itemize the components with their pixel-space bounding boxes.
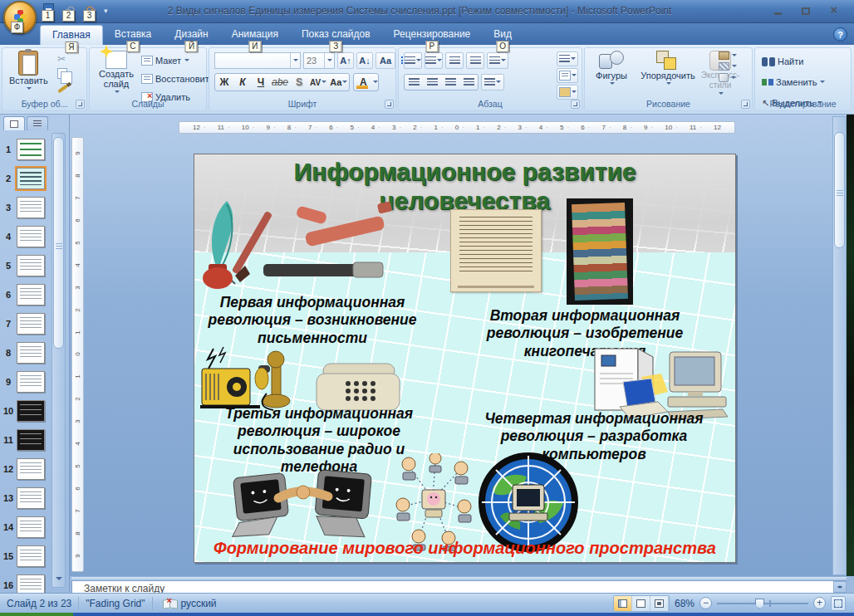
undo-button[interactable]: ↶ 2 (62, 2, 77, 17)
strikethrough-button[interactable]: abe (270, 76, 290, 88)
decrease-indent-button[interactable] (445, 52, 464, 69)
computer-handshake-image[interactable] (232, 463, 375, 543)
spell-check-icon[interactable]: × (163, 598, 178, 609)
qat-customize-button[interactable]: ▾ (104, 2, 114, 19)
slide-canvas[interactable]: Информационное развитие человечества Пер… (194, 154, 736, 563)
outline-tab[interactable] (27, 116, 48, 130)
minimize-button[interactable] (768, 3, 788, 17)
thumbnail-slide-14[interactable]: 14 (0, 512, 52, 541)
tab-animation[interactable]: АнимацияИ (220, 25, 290, 45)
close-button[interactable]: × (824, 3, 844, 17)
columns-button[interactable] (481, 74, 504, 90)
slideshow-button[interactable] (650, 596, 669, 611)
normal-view-button[interactable] (614, 596, 632, 611)
tab-view[interactable]: ВидО (482, 25, 523, 45)
manuscript-image[interactable] (450, 209, 542, 292)
thumbnail-slide-4[interactable]: 4 (0, 222, 52, 251)
clipboard-dialog-launcher[interactable] (76, 100, 85, 109)
zoom-slider[interactable] (717, 597, 808, 609)
thumbnail-slide-2[interactable]: 2 (0, 164, 52, 193)
thumbnail-scrollbar[interactable] (52, 133, 66, 588)
font-dialog-launcher[interactable] (385, 100, 394, 109)
thumbnail-slide-1[interactable]: 1 (0, 134, 52, 164)
scroll-down-arrow[interactable] (837, 507, 843, 514)
people-network-image[interactable] (392, 453, 474, 551)
paste-button[interactable]: Вставить (9, 51, 48, 92)
theme-name[interactable]: "Fading Grid" (86, 598, 145, 609)
thumbnail-scroll-down-arrow[interactable] (56, 577, 62, 584)
scroll-up-arrow[interactable] (837, 122, 843, 129)
increase-indent-button[interactable] (466, 52, 484, 69)
shrink-font-button[interactable]: A↓ (356, 52, 373, 69)
fit-slide-to-window-button[interactable] (831, 596, 846, 611)
tab-home[interactable]: ГлавнаяЯ (40, 25, 103, 45)
align-right-button[interactable] (441, 74, 459, 90)
clear-formatting-button[interactable]: Aa (375, 52, 395, 69)
replace-button[interactable]: Заменить (762, 74, 825, 90)
bullets-button[interactable] (404, 52, 422, 69)
font-color-button[interactable]: А (353, 73, 379, 91)
align-center-button[interactable] (423, 74, 441, 90)
shapes-button[interactable]: Фигуры (590, 51, 633, 87)
scrollbar-thumb[interactable] (834, 132, 845, 248)
font-name-combo[interactable] (214, 52, 301, 69)
text-first-revolution[interactable]: Первая информационная революция – возник… (201, 294, 424, 347)
help-button[interactable]: ? (833, 27, 847, 42)
grow-font-button[interactable]: A↑ (337, 52, 354, 69)
slides-tab[interactable] (3, 116, 25, 130)
new-slide-button[interactable]: Создать слайд (95, 51, 138, 95)
convert-smartart-button[interactable] (557, 85, 578, 100)
reset-button[interactable]: Восстановить (141, 71, 214, 87)
thumbnail-slide-5[interactable]: 5 (0, 251, 52, 280)
main-vertical-scrollbar[interactable] (832, 116, 847, 575)
thumbnail-slide-9[interactable]: 9 (0, 367, 52, 396)
thumbnail-scrollbar-thumb[interactable] (53, 137, 64, 349)
thumbnail-slide-7[interactable]: 7 (0, 309, 52, 338)
thumbnail-slide-10[interactable]: 10 (0, 396, 52, 425)
zoom-slider-thumb[interactable] (755, 599, 764, 609)
computers-image[interactable] (543, 344, 730, 420)
thumbnail-slide-12[interactable]: 12 (0, 454, 52, 483)
drawing-dialog-launcher[interactable] (741, 100, 750, 109)
tab-slideshow[interactable]: Показ слайдовЗ (290, 25, 382, 45)
language-indicator[interactable]: русский (181, 598, 217, 609)
shape-outline-button[interactable] (719, 62, 737, 71)
arrange-button[interactable]: Упорядочить (635, 51, 701, 87)
bold-button[interactable]: Ж (215, 76, 233, 88)
tab-insert[interactable]: ВставкаС (103, 25, 164, 45)
align-left-button[interactable] (405, 74, 423, 90)
notes-placeholder[interactable]: Заметки к слайду (72, 581, 833, 593)
cut-button[interactable]: ✂ (57, 53, 68, 65)
slide-sorter-button[interactable] (632, 596, 650, 611)
shape-effects-button[interactable] (719, 73, 737, 82)
zoom-level[interactable]: 68% (675, 598, 694, 609)
text-shadow-button[interactable]: S (290, 76, 308, 88)
redo-button[interactable]: ↷ 3 (83, 2, 98, 17)
format-painter-button[interactable] (57, 85, 68, 94)
copy-button[interactable] (57, 68, 67, 79)
zoom-out-button[interactable]: − (699, 597, 712, 609)
thumbnail-slide-8[interactable]: 8 (0, 338, 52, 367)
tab-review[interactable]: РецензированиеР (382, 25, 483, 45)
next-slide-button[interactable] (837, 545, 843, 552)
thumbnail-slide-3[interactable]: 3 (0, 193, 52, 222)
change-case-button[interactable]: Аа (328, 77, 349, 87)
justify-button[interactable] (459, 74, 478, 90)
tab-design[interactable]: ДизайнЙ (163, 25, 219, 45)
writing-tools-image[interactable] (199, 196, 410, 294)
underline-button[interactable]: Ч (252, 76, 270, 88)
save-button[interactable]: 1 (42, 2, 56, 17)
layout-button[interactable]: Макет (141, 52, 214, 69)
books-stack-image[interactable] (567, 198, 633, 305)
find-button[interactable]: Найти (762, 53, 825, 70)
globe-web-image[interactable] (475, 452, 582, 553)
slide-footer-text[interactable]: Формирование мирового информационного пр… (194, 539, 735, 558)
align-text-button[interactable] (557, 68, 578, 83)
font-size-combo[interactable]: 23 (303, 52, 335, 69)
notes-scrollbar[interactable] (833, 581, 847, 593)
previous-slide-button[interactable] (837, 526, 843, 532)
line-spacing-button[interactable] (487, 52, 508, 69)
shape-fill-button[interactable] (719, 51, 737, 60)
thumbnail-slide-13[interactable]: 13 (0, 483, 52, 512)
thumbnail-slide-15[interactable]: 15 (0, 541, 52, 570)
